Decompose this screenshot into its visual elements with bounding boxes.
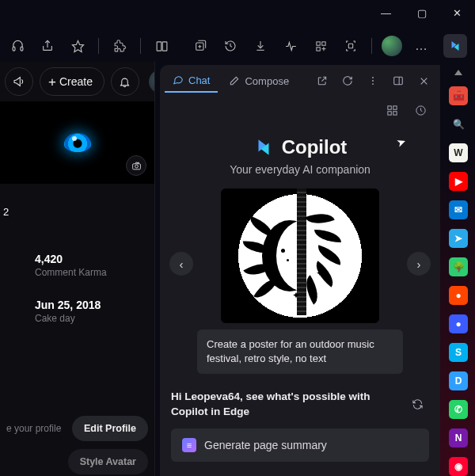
separator [371,38,372,54]
stat-marker: 2 [3,206,9,218]
prompt-caption[interactable]: Create a poster for an outdoor music fes… [197,329,403,374]
carousel-prev-button[interactable]: ‹ [169,252,193,276]
style-avatar-button[interactable]: Style Avatar [68,449,148,474]
dock-icon[interactable] [386,69,410,93]
cover-eye-art [64,133,91,152]
dot-blue-icon[interactable]: ● [449,314,468,333]
stats-section: 2 4,420 Comment Karma Jun 25, 2018 Cake … [0,184,154,333]
summary-icon: ≡ [182,438,196,452]
tab-compose-label: Compose [245,75,289,87]
copilot-subtitle: Your everyday AI companion [230,163,370,176]
svg-point-11 [135,165,138,168]
tree-icon[interactable]: 🌳 [449,257,468,276]
comment-karma-value: 4,420 [35,253,154,265]
svg-point-14 [372,83,374,85]
user-avatar-small[interactable] [149,70,155,93]
history-icon[interactable] [216,32,245,60]
suggestion-label: Generate page summary [204,439,327,451]
disqus-icon[interactable]: D [449,371,468,390]
svg-rect-6 [316,41,319,44]
copilot-logo-icon [253,137,274,158]
more-menu-icon[interactable]: … [407,32,435,60]
read-aloud-icon[interactable] [3,32,32,60]
tab-chat-label: Chat [188,74,210,86]
tools-icon[interactable]: 🧰 [449,86,468,105]
notifications-button[interactable] [111,67,139,96]
svg-rect-7 [321,41,325,44]
cake-day-label: Cake day [35,313,154,324]
onenote-icon[interactable]: N [449,428,468,447]
close-panel-icon[interactable] [412,69,435,93]
svg-point-12 [372,77,374,78]
profile-cover-image [0,101,154,184]
youtube-icon[interactable]: ▶ [449,172,468,191]
favorite-icon[interactable] [63,32,92,60]
advertise-button[interactable] [5,67,33,96]
create-label: Create [59,75,93,88]
refresh-suggestions-icon[interactable] [405,393,429,417]
scroll-up-icon[interactable] [449,68,468,77]
refresh-icon[interactable] [336,69,359,93]
wikipedia-icon[interactable]: W [449,143,468,162]
create-post-button[interactable]: + Create [40,67,104,96]
svg-rect-17 [387,105,390,109]
open-externally-icon[interactable] [310,69,334,93]
svg-rect-4 [162,41,167,50]
edit-profile-button[interactable]: Edit Profile [72,416,148,441]
plugins-icon[interactable] [380,98,404,122]
copilot-toggle-button[interactable] [443,34,467,58]
separator [140,38,141,54]
maximize-button[interactable]: ▢ [404,0,439,25]
about-profile-text: e your profile [6,423,61,434]
separator [98,38,99,54]
minimize-button[interactable]: — [368,0,404,25]
svg-rect-3 [157,41,162,50]
svg-rect-8 [316,47,319,50]
outlook-icon[interactable]: ✉ [449,200,468,219]
carousel-next-button[interactable]: › [407,252,431,276]
svg-rect-18 [393,105,396,109]
possible-text: Hi Leopeva64, see what's possible with C… [171,390,397,418]
comment-karma-label: Comment Karma [35,267,154,278]
close-window-button[interactable]: ✕ [439,0,475,25]
svg-rect-0 [13,47,15,51]
whatsapp-icon[interactable]: ✆ [449,400,468,419]
telegram-icon[interactable]: ➤ [449,229,468,248]
youtube-music-icon[interactable]: ◉ [449,457,468,476]
recent-activity-icon[interactable] [408,98,432,122]
search-icon[interactable]: 🔍 [449,115,468,134]
extensions-icon[interactable] [105,32,134,60]
collections-icon[interactable] [186,32,215,60]
skype-icon[interactable]: S [449,343,468,362]
share-icon[interactable] [33,32,62,60]
profile-avatar[interactable] [382,36,402,56]
svg-marker-2 [72,40,83,51]
edge-sidebar: 🧰🔍W▶✉➤🌳●●SD✆N◉ [442,62,475,476]
svg-rect-1 [21,47,23,51]
tab-chat[interactable]: Chat [165,70,218,93]
svg-rect-9 [348,44,352,48]
performance-icon[interactable] [276,32,305,60]
svg-rect-15 [394,77,403,84]
prompt-preview-image: ✦ ✦ [221,188,379,323]
screenshot-icon[interactable] [336,32,365,60]
svg-rect-20 [393,111,396,114]
apps-icon[interactable] [306,32,335,60]
tab-compose[interactable]: Compose [221,70,297,92]
copilot-title: Copilot [282,136,348,158]
edit-cover-button[interactable] [126,155,146,176]
cake-day-value: Jun 25, 2018 [35,299,154,311]
svg-point-13 [372,80,374,82]
svg-rect-19 [387,111,390,114]
suggestion-generate-summary[interactable]: ≡ Generate page summary [171,428,429,462]
reddit-icon[interactable]: ● [449,286,468,305]
downloads-icon[interactable] [246,32,275,60]
more-options-icon[interactable] [361,69,385,93]
copilot-heading: Copilot [253,136,348,158]
split-screen-icon[interactable] [147,32,176,60]
